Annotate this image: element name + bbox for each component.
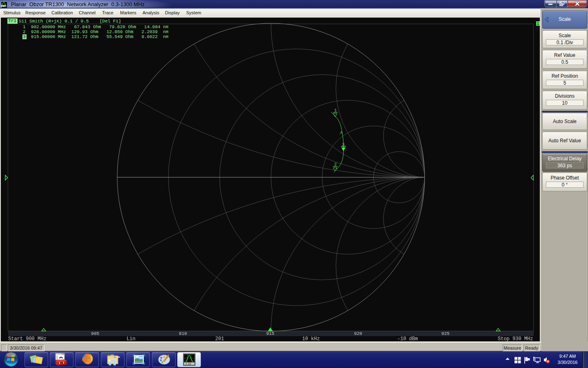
svg-text:2: 2	[334, 162, 337, 167]
svg-text:1: 1	[334, 108, 337, 113]
svg-text:1 10: 1 10	[185, 362, 191, 365]
svg-text:3: 3	[342, 142, 345, 147]
